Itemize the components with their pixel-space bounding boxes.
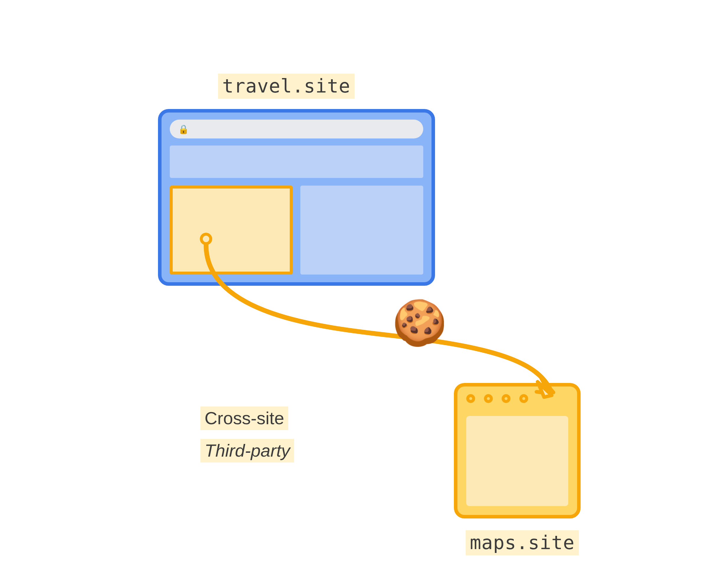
browser-window: 🔒	[158, 109, 435, 286]
window-dot-icon	[484, 394, 493, 403]
window-dot-icon	[466, 394, 475, 403]
maps-site-label: maps.site	[466, 530, 579, 555]
server-window	[454, 383, 581, 519]
server-titlebar-dots	[466, 394, 528, 403]
browser-right-panel	[300, 186, 423, 275]
connection-origin-icon	[200, 233, 212, 245]
window-dot-icon	[502, 394, 510, 403]
travel-site-label: travel.site	[218, 74, 355, 99]
browser-header-panel	[170, 146, 423, 178]
embedded-frame	[170, 186, 293, 275]
cross-site-label: Cross-site	[200, 406, 288, 430]
server-body	[466, 416, 568, 506]
browser-body	[170, 146, 423, 275]
window-dot-icon	[519, 394, 528, 403]
lock-icon: 🔒	[178, 124, 189, 134]
cookie-icon: 🍪	[392, 300, 447, 345]
arrow-path	[0, 0, 728, 588]
address-bar: 🔒	[170, 120, 423, 139]
third-party-label: Third-party	[200, 439, 294, 462]
